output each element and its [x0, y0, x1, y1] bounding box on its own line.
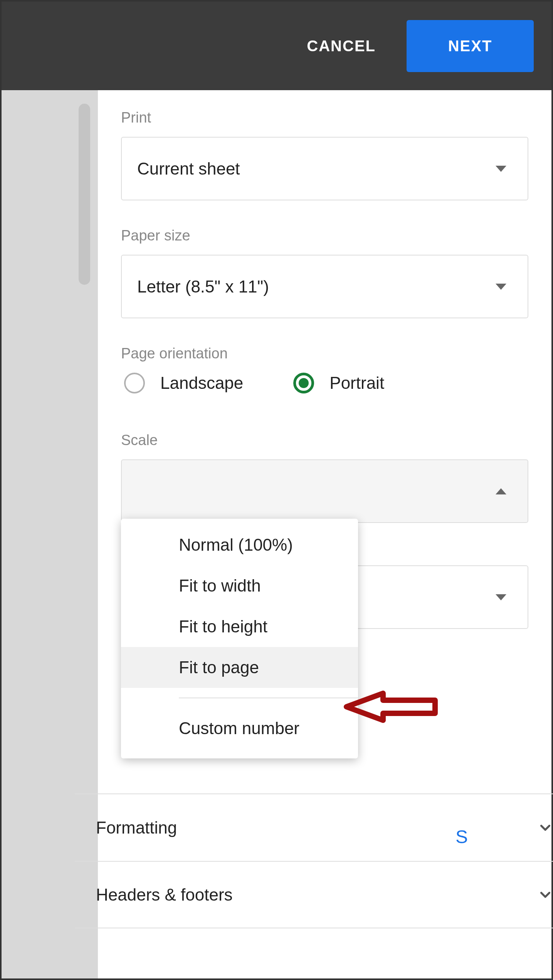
print-label: Print: [121, 109, 528, 126]
radio-unselected-icon: [124, 373, 145, 393]
paper-size-value: Letter (8.5" x 11"): [137, 277, 269, 296]
chevron-down-icon: [537, 820, 553, 836]
custom-page-breaks-link-partial[interactable]: S: [456, 827, 469, 847]
page-orientation-label: Page orientation: [121, 345, 528, 362]
print-range-select[interactable]: Current sheet: [121, 137, 528, 200]
chevron-down-icon: [537, 887, 553, 903]
caret-up-icon: [496, 488, 506, 494]
scale-label: Scale: [121, 432, 528, 449]
orientation-landscape-radio[interactable]: Landscape: [124, 373, 243, 393]
caret-down-icon: [496, 594, 506, 600]
print-range-value: Current sheet: [137, 159, 240, 178]
scrollbar-thumb[interactable]: [79, 104, 90, 285]
formatting-section-toggle[interactable]: Formatting: [75, 793, 553, 861]
orientation-landscape-label: Landscape: [160, 373, 243, 393]
paper-size-select[interactable]: Letter (8.5" x 11"): [121, 255, 528, 318]
paper-size-label: Paper size: [121, 227, 528, 244]
print-settings-dialog: CANCEL NEXT Print Current sheet Paper si…: [0, 0, 553, 980]
caret-down-icon: [496, 166, 506, 172]
headers-footers-label: Headers & footers: [96, 885, 233, 904]
cancel-button[interactable]: CANCEL: [287, 20, 395, 72]
next-button[interactable]: NEXT: [407, 20, 534, 72]
orientation-radio-group: Landscape Portrait: [121, 373, 528, 393]
scale-select[interactable]: [121, 459, 528, 523]
headers-footers-section-toggle[interactable]: Headers & footers: [75, 861, 553, 928]
scale-option-custom-number[interactable]: Custom number: [121, 708, 358, 749]
orientation-portrait-label: Portrait: [329, 373, 384, 393]
scale-option-fit-width[interactable]: Fit to width: [121, 565, 358, 606]
radio-selected-icon: [293, 373, 314, 393]
caret-down-icon: [496, 284, 506, 290]
formatting-label: Formatting: [96, 818, 177, 837]
scale-dropdown-menu: Normal (100%) Fit to width Fit to height…: [121, 519, 358, 758]
orientation-portrait-radio[interactable]: Portrait: [293, 373, 384, 393]
radio-dot-icon: [299, 378, 309, 388]
scale-option-normal[interactable]: Normal (100%): [121, 524, 358, 565]
scale-option-fit-height[interactable]: Fit to height: [121, 606, 358, 647]
dialog-topbar: CANCEL NEXT: [2, 2, 551, 90]
scale-option-fit-page[interactable]: Fit to page: [121, 647, 358, 688]
dropdown-divider: [179, 698, 358, 698]
